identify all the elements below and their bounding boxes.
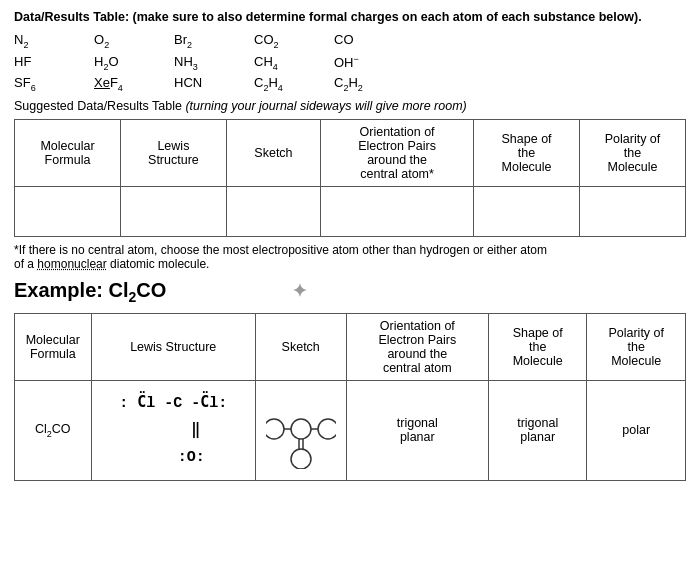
col-molecular-formula: MolecularFormula xyxy=(15,119,121,186)
lower-col-orientation: Orientation ofElectron Pairsaround thece… xyxy=(346,313,488,380)
lower-row-orientation: trigonalplanar xyxy=(346,380,488,480)
substance-o2: O2 xyxy=(94,32,174,50)
substance-xef4: XeF4 xyxy=(94,75,174,93)
lower-col-formula: MolecularFormula xyxy=(15,313,92,380)
svg-point-0 xyxy=(291,419,311,439)
svg-point-1 xyxy=(266,419,284,439)
substances-grid: N2 O2 Br2 CO2 CO HF H2O NH3 CH4 OH− SF6 … xyxy=(14,32,686,93)
substance-hcn: HCN xyxy=(174,75,254,93)
upper-table-polarity-cell xyxy=(580,186,686,236)
lower-row-formula: Cl2CO xyxy=(15,380,92,480)
substance-sf6: SF6 xyxy=(14,75,94,93)
upper-table-shape-cell xyxy=(474,186,580,236)
substance-hf: HF xyxy=(14,54,94,72)
molecule-svg xyxy=(266,389,336,469)
substance-h2o: H2O xyxy=(94,54,174,72)
lower-row-lewis: : C̈l -C -C̈l: ‖ :O: xyxy=(91,380,255,480)
title-note: Data/Results Table: (make sure to also d… xyxy=(14,10,686,24)
lower-col-sketch: Sketch xyxy=(255,313,346,380)
col-lewis-structure: LewisStructure xyxy=(120,119,226,186)
suggested-note: Suggested Data/Results Table (turning yo… xyxy=(14,99,686,113)
substance-n2: N2 xyxy=(14,32,94,50)
upper-table-formula-cell xyxy=(15,186,121,236)
substance-ch4: CH4 xyxy=(254,54,334,72)
substance-c2h4: C2H4 xyxy=(254,75,334,93)
upper-table-sketch-cell xyxy=(226,186,320,236)
substance-nh3: NH3 xyxy=(174,54,254,72)
lower-col-polarity: Polarity oftheMolecule xyxy=(587,313,686,380)
lower-col-lewis: Lewis Structure xyxy=(91,313,255,380)
lower-col-shape: Shape oftheMolecule xyxy=(488,313,587,380)
col-polarity: Polarity oftheMolecule xyxy=(580,119,686,186)
upper-table: MolecularFormula LewisStructure Sketch O… xyxy=(14,119,686,237)
substance-br2: Br2 xyxy=(174,32,254,50)
lower-row-shape: trigonalplanar xyxy=(488,380,587,480)
col-sketch: Sketch xyxy=(226,119,320,186)
lower-table: MolecularFormula Lewis Structure Sketch … xyxy=(14,313,686,481)
upper-table-lewis-cell xyxy=(120,186,226,236)
col-shape: Shape oftheMolecule xyxy=(474,119,580,186)
lower-row-polarity: polar xyxy=(587,380,686,480)
substance-co: CO xyxy=(334,32,414,50)
lower-row-sketch xyxy=(255,380,346,480)
svg-point-3 xyxy=(318,419,336,439)
svg-point-5 xyxy=(291,449,311,469)
footnote: *If there is no central atom, choose the… xyxy=(14,243,686,271)
substance-oh: OH− xyxy=(334,54,414,72)
substance-co2: CO2 xyxy=(254,32,334,50)
substance-c2h2: C2H2 xyxy=(334,75,414,93)
upper-table-orientation-cell xyxy=(321,186,474,236)
col-orientation: Orientation ofElectron Pairsaround thece… xyxy=(321,119,474,186)
example-title: Example: Cl2CO ✦ xyxy=(14,279,686,305)
